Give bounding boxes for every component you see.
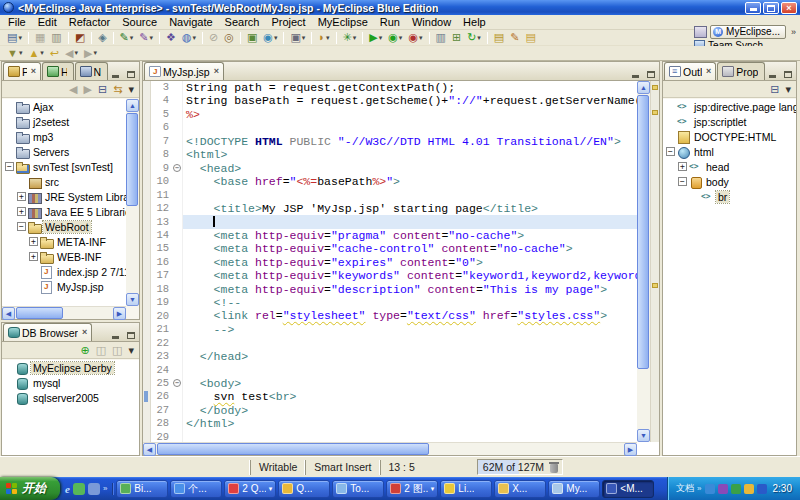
code-line-13[interactable] [183,215,637,228]
taskbar-button-li[interactable]: Li... [440,480,492,498]
tree-item-index-jsp-2-7-11-11-2[interactable]: index.jsp 2 7/11/11 2 [2,264,126,279]
deploy-button[interactable]: ◈ [95,30,109,45]
editor-vscrollbar[interactable]: ▲ ▼ [637,81,650,442]
start-button[interactable]: 开始 [0,477,60,500]
menu-window[interactable]: Window [406,15,457,29]
view-menu-button[interactable]: ▾ [782,82,794,97]
taskbar-button-2-q[interactable]: 2 Q...▾ [224,480,276,498]
tree-item-myjsp-jsp[interactable]: MyJsp.jsp [2,279,126,294]
expand-toggle[interactable]: + [29,252,38,261]
close-icon[interactable]: × [706,67,711,76]
update-tray-icon[interactable] [744,484,754,494]
folding-ruler[interactable]: −− [172,81,183,442]
next-annotation-button[interactable]: ▼▾ [4,46,25,61]
preferences-button[interactable]: ✳▾ [340,30,360,45]
tree-item-web-inf[interactable]: +WEB-INF [2,249,126,264]
expand-toggle[interactable]: − [5,162,14,171]
editor-hscrollbar[interactable]: ◀ ▶ [143,442,637,455]
code-line-17[interactable]: <meta http-equiv="keywords" content="key… [183,269,637,282]
open-perspective-icon[interactable] [694,26,707,38]
dropdown-arrow-icon[interactable]: ▾ [419,34,423,42]
code-line-25[interactable]: <body> [183,377,637,390]
forward-history-button[interactable]: ▶ [81,82,95,97]
dropdown-arrow-icon[interactable]: ▾ [18,34,22,42]
scroll-right-icon[interactable]: ▶ [113,307,126,320]
annotation-mark-icon[interactable] [652,110,658,115]
tree-item-mysql[interactable]: mysql [2,375,139,390]
report-grid-button[interactable]: ⊞ [449,30,464,45]
maximize-view-button[interactable] [644,68,657,80]
menu-source[interactable]: Source [116,15,163,29]
code-line-14[interactable]: <meta http-equiv="pragma" content="no-ca… [183,229,637,242]
code-line-16[interactable]: <meta http-equiv="expires" content="0"> [183,256,637,269]
taskbar-button-个[interactable]: 个... [170,480,222,498]
menu-myeclipse[interactable]: MyEclipse [312,15,374,29]
code-line-4[interactable]: String basePath = request.getScheme()+":… [183,94,637,107]
perspective-myeclipse-button[interactable]: M MyEclipse... [710,25,786,39]
package-explorer-vscrollbar[interactable]: ▲ ▼ [126,99,139,306]
tab-hie[interactable]: Hie [42,62,74,80]
scroll-left-icon[interactable]: ◀ [143,443,156,456]
close-icon[interactable]: × [31,67,36,76]
open-type-button[interactable]: ❖ [163,30,179,45]
expand-toggle[interactable]: − [678,177,687,186]
tree-item-html[interactable]: −html [663,144,796,159]
scroll-right-icon[interactable]: ▶ [624,443,637,456]
scroll-left-icon[interactable]: ◀ [2,307,15,320]
dropdown-arrow-icon[interactable]: ▾ [193,34,197,42]
dropdown-arrow-icon[interactable]: ▾ [431,485,435,493]
minimize-view-button[interactable] [629,68,642,80]
tray-chevron-icon[interactable]: » [697,484,701,493]
annotation-mark-icon[interactable] [652,85,658,90]
expand-toggle[interactable]: + [678,162,687,171]
dropdown-arrow-icon[interactable]: ▾ [379,34,383,42]
open-connection-button[interactable]: ◫ [93,343,109,358]
close-connection-button[interactable]: ◫ [109,343,125,358]
tree-item-webroot[interactable]: −WebRoot [2,219,126,234]
tree-item-j2setest[interactable]: j2setest [2,114,126,129]
messenger-tray-icon[interactable] [705,484,715,494]
annotation-ruler[interactable] [143,81,151,442]
code-line-21[interactable]: --> [183,323,637,336]
tab-propert[interactable]: Propert [717,62,765,80]
annotation-mark-icon[interactable] [652,283,658,288]
scroll-thumb[interactable] [637,95,649,369]
validate-button[interactable]: ▣ [244,30,260,45]
back-button[interactable]: ◀▾ [62,46,81,61]
language-bar[interactable]: 文档 [676,482,694,495]
scroll-thumb[interactable] [16,307,63,319]
new-db-connection-button[interactable]: ⊕ [77,343,92,358]
garbage-collect-button[interactable] [550,462,559,473]
expand-toggle[interactable]: + [29,237,38,246]
dropdown-arrow-icon[interactable]: ▾ [353,34,357,42]
last-edit-location-button[interactable]: ↩ [47,46,62,61]
tree-item-head[interactable]: +head [663,159,796,174]
run-server-button[interactable]: ◉▾ [385,30,405,45]
dropdown-arrow-icon[interactable]: ▾ [326,34,330,42]
web-browser-button[interactable]: ◍▾ [179,30,199,45]
tab-outline[interactable]: Outline× [664,62,716,80]
input-method-icon[interactable] [731,484,741,494]
code-line-7[interactable]: <!DOCTYPE HTML PUBLIC "-//W3C//DTD HTML … [183,135,637,148]
taskbar-button-to[interactable]: To... [332,480,384,498]
chevron-icon[interactable]: » [791,27,796,37]
expand-toggle[interactable]: − [666,147,675,156]
minimize-view-button[interactable] [109,329,122,341]
forward-button[interactable]: ▶▾ [81,46,100,61]
subscription-button[interactable]: ◗▾ [315,30,332,45]
taskbar-button-q[interactable]: Q... [278,480,330,498]
dropdown-arrow-icon[interactable]: ▾ [302,34,306,42]
skip-breakpoints-button[interactable]: ⊘ [206,30,221,45]
quicklaunch-show-desktop-icon[interactable] [88,483,100,495]
menu-project[interactable]: Project [265,15,311,29]
code-line-24[interactable] [183,363,637,376]
code-line-9[interactable]: <head> [183,162,637,175]
code-line-19[interactable]: <!-- [183,296,637,309]
link-with-editor-button[interactable]: ⇆ [110,82,125,97]
expand-toggle[interactable]: + [17,207,26,216]
code-line-12[interactable]: <title>My JSP 'MyJsp.jsp' starting page<… [183,202,637,215]
view-menu-button[interactable]: ▾ [125,343,137,358]
dropdown-arrow-icon[interactable]: ▾ [150,34,154,42]
new-jsp-button[interactable]: ✎▾ [136,30,156,45]
close-icon[interactable]: × [82,328,87,337]
